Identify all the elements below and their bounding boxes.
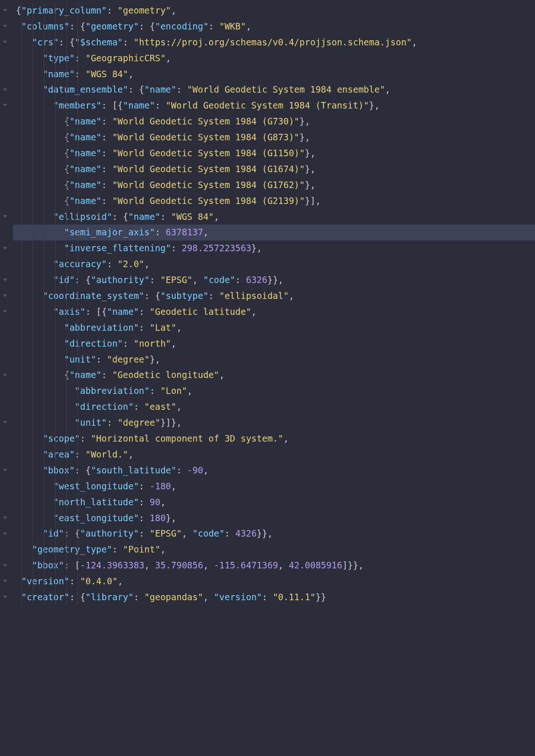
code-line[interactable]: "type": "GeographicCRS", [13, 51, 535, 66]
json-string: "degree" [117, 417, 160, 428]
code-line[interactable]: "creator": {"library": "geopandas", "ver… [13, 589, 535, 605]
fold-toggle-icon[interactable] [2, 309, 8, 315]
fold-toggle-icon[interactable] [2, 372, 8, 379]
json-punct: , [187, 385, 192, 396]
code-line[interactable]: {"name": "World Geodetic System 1984 (G7… [13, 114, 535, 130]
json-punct: : [123, 37, 134, 47]
json-punct [16, 322, 64, 333]
fold-toggle-icon[interactable] [2, 7, 8, 14]
json-punct [16, 592, 21, 602]
code-line[interactable]: "area": "World.", [13, 447, 535, 463]
code-line[interactable]: "columns": {"geometry": {"encoding": "WK… [13, 19, 535, 35]
code-line[interactable]: "unit": "degree"}, [13, 352, 535, 368]
json-punct: : [96, 354, 107, 364]
json-punct: : [{ [101, 100, 123, 110]
json-string: "World Geodetic System 1984 (G1762)" [112, 180, 305, 190]
json-key: "name" [69, 148, 101, 158]
code-line[interactable]: "bbox": [-124.3963383, 35.790856, -115.6… [13, 558, 535, 574]
json-punct: : { [75, 275, 91, 285]
code-line[interactable]: "axis": [{"name": "Geodetic latitude", [13, 304, 535, 320]
code-line[interactable]: {"name": "World Geodetic System 1984 (G2… [13, 193, 535, 209]
code-line[interactable]: "north_latitude": 90, [13, 494, 535, 510]
code-line[interactable]: "west_longitude": -180, [13, 479, 535, 494]
json-punct: : [75, 53, 86, 63]
json-string: "World Geodetic System 1984 ensemble" [187, 84, 385, 94]
json-number: -115.6471369 [214, 560, 278, 570]
fold-toggle-icon[interactable] [2, 293, 8, 299]
fold-toggle-icon[interactable] [2, 87, 8, 94]
json-punct: : [176, 465, 187, 475]
code-line[interactable]: "datum_ensemble": {"name": "World Geodet… [13, 82, 535, 98]
code-line[interactable]: "name": "WGS 84", [13, 66, 535, 82]
json-punct: : [224, 528, 235, 538]
json-punct: : [75, 449, 86, 459]
json-number: 6378137 [166, 227, 203, 237]
json-key: "name" [123, 100, 155, 110]
fold-toggle-icon[interactable] [2, 515, 8, 522]
code-line[interactable]: "direction": "north", [13, 336, 535, 352]
fold-toggle-icon[interactable] [2, 578, 8, 585]
code-line[interactable]: "bbox": {"south_latitude": -90, [13, 463, 535, 479]
fold-toggle-icon[interactable] [2, 563, 8, 569]
json-string: "World." [86, 449, 129, 459]
fold-toggle-icon[interactable] [2, 277, 8, 284]
fold-toggle-icon[interactable] [2, 467, 8, 474]
code-line[interactable]: "abbreviation": "Lon", [13, 383, 535, 399]
fold-toggle-icon[interactable] [2, 420, 8, 426]
json-punct: }, [299, 132, 310, 142]
json-punct: }, [305, 180, 316, 190]
code-line[interactable]: "id": {"authority": "EPSG", "code": 6326… [13, 272, 535, 288]
fold-toggle-icon[interactable] [2, 39, 8, 46]
fold-toggle-icon[interactable] [2, 531, 8, 538]
json-punct [16, 84, 43, 94]
json-string: "Point" [123, 544, 160, 554]
code-line[interactable]: {"name": "World Geodetic System 1984 (G1… [13, 161, 535, 177]
json-punct [16, 576, 21, 586]
indent-guide [66, 3, 67, 605]
code-editor[interactable]: {"primary_column": "geometry", "columns"… [0, 0, 535, 605]
json-punct: : [101, 148, 112, 158]
json-punct: , [160, 497, 166, 507]
code-line[interactable]: "direction": "east", [13, 399, 535, 415]
code-line[interactable]: {"name": "World Geodetic System 1984 (G1… [13, 145, 535, 161]
json-punct: ]}}, [342, 560, 364, 570]
code-line[interactable]: "abbreviation": "Lat", [13, 320, 535, 336]
code-line[interactable]: "crs": {"$schema": "https://proj.org/sch… [13, 35, 535, 51]
json-punct: { [16, 370, 69, 380]
json-punct: , [385, 84, 390, 94]
indent-guide [78, 3, 78, 605]
fold-toggle-icon[interactable] [2, 23, 8, 30]
json-punct: : [139, 528, 150, 538]
json-punct: { [16, 5, 21, 15]
json-punct [16, 354, 64, 364]
json-punct: : [101, 164, 112, 174]
code-line[interactable]: "east_longitude": 180}, [13, 510, 535, 526]
fold-toggle-icon[interactable] [2, 214, 8, 220]
code-line[interactable]: {"name": "World Geodetic System 1984 (G1… [13, 177, 535, 193]
code-line[interactable]: "members": [{"name": "World Geodetic Sys… [13, 98, 535, 114]
code-line[interactable]: "accuracy": "2.0", [13, 256, 535, 272]
fold-toggle-icon[interactable] [2, 594, 8, 601]
json-punct: : [75, 69, 86, 79]
code-line[interactable]: "unit": "degree"}]}, [13, 415, 535, 431]
code-line[interactable]: "semi_major_axis": 6378137, [13, 225, 535, 240]
code-line[interactable]: "scope": "Horizontal component of 3D sys… [13, 431, 535, 447]
fold-toggle-icon[interactable] [2, 102, 8, 109]
code-line[interactable]: {"name": "Geodetic longitude", [13, 367, 535, 383]
code-line[interactable]: "geometry_type": "Point", [13, 542, 535, 558]
code-line[interactable]: "id": {"authority": "EPSG", "code": 4326… [13, 526, 535, 542]
code-line[interactable]: "coordinate_system": {"subtype": "ellips… [13, 288, 535, 304]
json-key: "version" [21, 576, 69, 586]
code-line[interactable]: {"name": "World Geodetic System 1984 (G8… [13, 130, 535, 145]
json-punct: }, [305, 164, 316, 174]
json-punct: }, [369, 100, 380, 110]
code-line[interactable]: "ellipsoid": {"name": "WGS 84", [13, 209, 535, 225]
json-punct: , [128, 69, 133, 79]
code-line[interactable]: {"primary_column": "geometry", [13, 3, 535, 19]
json-number: 4326 [235, 528, 257, 538]
code-line[interactable]: "version": "0.4.0", [13, 574, 535, 589]
code-line[interactable]: "inverse_flattening": 298.257223563}, [13, 240, 535, 256]
json-string: "https://proj.org/schemas/v0.4/projjson.… [134, 37, 412, 47]
fold-toggle-icon[interactable] [2, 246, 8, 252]
json-key: "id" [53, 275, 75, 285]
